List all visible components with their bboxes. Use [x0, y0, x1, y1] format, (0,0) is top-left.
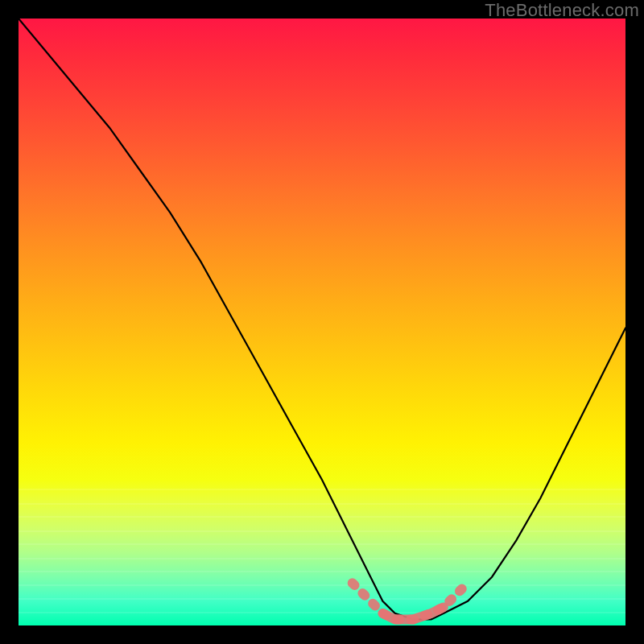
- optimal-range-dots: [353, 583, 468, 619]
- bottleneck-curve: [19, 19, 625, 620]
- bottleneck-chart: TheBottleneck.com: [0, 0, 644, 644]
- plot-area: [19, 19, 625, 625]
- curve-layer: [19, 19, 625, 625]
